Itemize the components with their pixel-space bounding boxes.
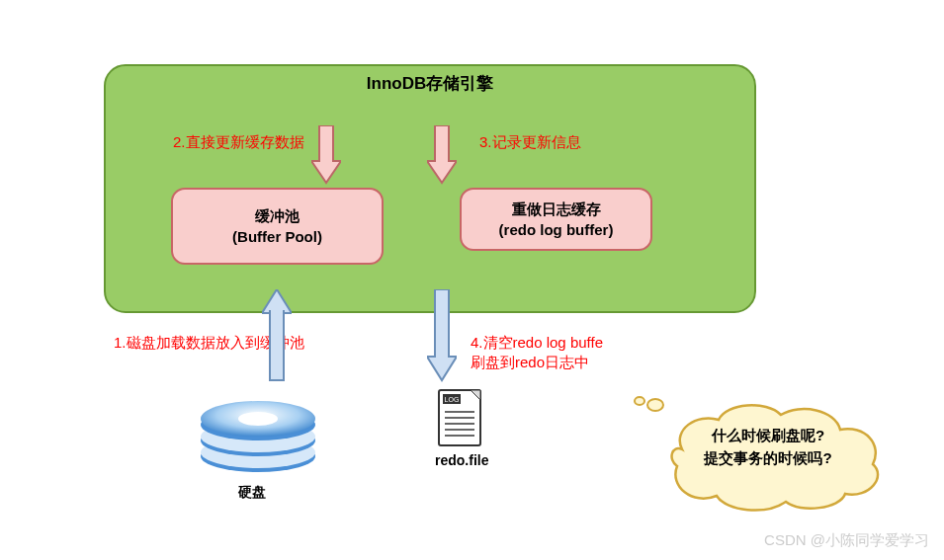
- arrow-step1-icon: [262, 289, 292, 387]
- svg-point-29: [647, 399, 663, 411]
- cloud-text: 什么时候刷盘呢? 提交事务的时候吗?: [694, 425, 842, 469]
- diagram-title: InnoDB存储引擎: [104, 72, 756, 95]
- cloud-line1: 什么时候刷盘呢?: [694, 425, 842, 447]
- arrow-step2-icon: [311, 125, 341, 185]
- svg-rect-5: [436, 158, 448, 164]
- svg-text:LOG: LOG: [445, 396, 460, 403]
- buffer-pool-line2: (Buffer Pool): [232, 226, 322, 247]
- buffer-pool-box: 缓冲池 (Buffer Pool): [171, 188, 384, 265]
- redo-file-label: redo.file: [435, 452, 488, 468]
- step-2-label: 2.直接更新缓存数据: [173, 133, 304, 152]
- watermark: CSDN @小陈同学爱学习: [764, 531, 929, 550]
- svg-rect-6: [435, 289, 449, 359]
- step-3-label: 3.记录更新信息: [479, 133, 581, 152]
- arrow-step4-icon: [427, 289, 457, 383]
- svg-point-18: [238, 412, 278, 426]
- redo-buffer-line1: 重做日志缓存: [512, 199, 601, 219]
- log-file-icon: LOG: [435, 388, 484, 453]
- buffer-pool-line1: 缓冲池: [255, 205, 300, 226]
- svg-rect-0: [319, 125, 333, 163]
- svg-rect-8: [436, 354, 448, 360]
- redo-log-buffer-box: 重做日志缓存 (redo log buffer): [460, 188, 652, 251]
- svg-rect-3: [435, 125, 449, 163]
- svg-rect-11: [271, 309, 283, 315]
- arrow-step3-icon: [427, 125, 457, 185]
- redo-buffer-line2: (redo log buffer): [499, 219, 614, 240]
- step-4-label-b: 刷盘到redo日志中: [471, 354, 589, 372]
- step-4-label-a: 4.清空redo log buffe: [471, 334, 603, 353]
- svg-marker-4: [427, 161, 457, 183]
- svg-point-28: [635, 397, 644, 405]
- svg-marker-7: [427, 357, 457, 380]
- disk-icon: [189, 385, 327, 483]
- disk-label: 硬盘: [238, 484, 266, 502]
- cloud-line2: 提交事务的时候吗?: [694, 447, 842, 470]
- svg-rect-10: [270, 311, 284, 380]
- svg-rect-2: [320, 158, 332, 164]
- svg-marker-1: [311, 161, 341, 183]
